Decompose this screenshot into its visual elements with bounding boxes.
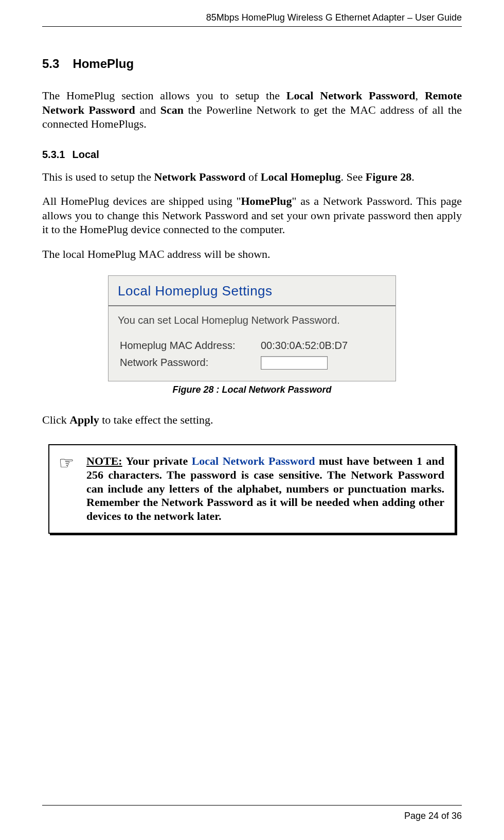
network-password-value xyxy=(261,356,388,370)
body-paragraph: All HomePlug devices are shipped using "… xyxy=(42,194,462,237)
text: Your private xyxy=(122,454,192,467)
figure-caption: Figure 28 : Local Network Password xyxy=(172,384,331,395)
bold-text: Apply xyxy=(69,413,99,426)
bold-text: HomePlug xyxy=(241,195,292,207)
note-label: NOTE: xyxy=(86,454,122,467)
note-highlight: Local Network Password xyxy=(192,454,315,467)
text: of xyxy=(245,170,260,183)
mac-address-row: Homeplug MAC Address: 00:30:0A:52:0B:D7 xyxy=(109,338,395,354)
bold-text: Figure 28 xyxy=(366,170,411,183)
page-header: 85Mbps HomePlug Wireless G Ethernet Adap… xyxy=(42,12,462,23)
note-text: NOTE: Your private Local Network Passwor… xyxy=(86,454,444,523)
subsection-number: 5.3.1 xyxy=(42,149,65,161)
bold-text: Local Homeplug xyxy=(261,170,341,183)
mac-address-label: Homeplug MAC Address: xyxy=(116,340,261,352)
section-title: HomePlug xyxy=(73,57,134,71)
panel-description: You can set Local Homeplug Network Passw… xyxy=(109,314,395,338)
section-heading: 5.3 HomePlug xyxy=(42,57,462,71)
body-paragraph: This is used to setup the Network Passwo… xyxy=(42,170,462,184)
network-password-input[interactable] xyxy=(261,356,328,370)
page-footer: Page 24 of 36 xyxy=(42,805,462,821)
intro-paragraph: The HomePlug section allows you to setup… xyxy=(42,89,462,131)
network-password-row: Network Password: xyxy=(109,354,395,372)
figure: Local Homeplug Settings You can set Loca… xyxy=(42,275,462,395)
subsection-heading: 5.3.1 Local xyxy=(42,149,462,161)
text: to take effect the setting. xyxy=(99,413,213,426)
text: . xyxy=(411,170,415,183)
text: Click xyxy=(42,413,69,426)
panel-divider xyxy=(109,305,395,306)
page-number: Page 24 of 36 xyxy=(42,811,462,821)
body-paragraph: Click Apply to take effect the setting. xyxy=(42,413,462,427)
text: All HomePlug devices are shipped using " xyxy=(42,195,241,207)
section-number: 5.3 xyxy=(42,57,59,71)
footer-divider xyxy=(42,805,462,806)
screenshot-panel: Local Homeplug Settings You can set Loca… xyxy=(108,275,396,381)
subsection-title: Local xyxy=(72,149,99,161)
note-box: ☞ NOTE: Your private Local Network Passw… xyxy=(48,444,456,534)
header-divider xyxy=(42,26,462,27)
bold-text: Network Password xyxy=(154,170,246,183)
bold-text: Local Network Password xyxy=(286,89,416,102)
bold-text: Scan xyxy=(160,103,184,116)
text: The HomePlug section allows you to setup… xyxy=(42,89,286,102)
network-password-label: Network Password: xyxy=(116,357,261,369)
body-paragraph: The local HomePlug MAC address will be s… xyxy=(42,247,462,261)
panel-title: Local Homeplug Settings xyxy=(109,276,395,301)
text: and xyxy=(135,103,160,116)
text: , xyxy=(416,89,425,102)
mac-address-value: 00:30:0A:52:0B:D7 xyxy=(261,340,388,352)
text: . See xyxy=(341,170,366,183)
text: This is used to setup the xyxy=(42,170,154,183)
pointing-hand-icon: ☞ xyxy=(59,454,83,472)
